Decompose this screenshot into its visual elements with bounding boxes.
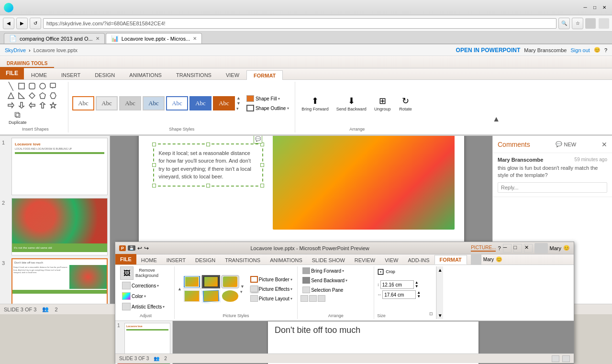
shape-tri[interactable] [7, 91, 15, 100]
address-bar[interactable]: https://skydrive.live.com/?id=680AE5E815… [43, 18, 556, 29]
shape-arrow-u[interactable] [38, 101, 47, 110]
skydrive-link[interactable]: SkyDrive [5, 47, 26, 53]
tab-home[interactable]: HOME [24, 70, 54, 79]
file-tab[interactable]: FILE [0, 67, 24, 79]
tab-locavore[interactable]: 📊 Locavore love.pptx - Micros... ✕ [106, 33, 202, 44]
overlay-tab-slideshow[interactable]: SLIDE SHOW [307, 256, 350, 265]
ungroup-btn[interactable]: ⊞ Ungroup [372, 94, 393, 113]
styles-scroll-down[interactable]: ▼ ▾ [240, 284, 245, 294]
overlay-tab-insert[interactable]: INSERT [162, 256, 190, 265]
shape-arrow-l[interactable] [28, 101, 36, 110]
handle-bm[interactable] [206, 184, 210, 188]
pic-style-6[interactable] [221, 289, 239, 303]
tab-view[interactable]: VIEW [219, 70, 246, 79]
shape-callout[interactable] [49, 82, 57, 90]
styles-scroll-up[interactable]: ▲ [178, 287, 182, 291]
new-comment-button[interactable]: 💬 NEW [552, 140, 580, 149]
shape-pent[interactable] [38, 91, 47, 100]
shape-round-rect[interactable] [28, 82, 36, 90]
overlay-redo-btn[interactable]: ↪ [144, 245, 149, 252]
overlay-file-tab[interactable]: FILE [115, 254, 136, 265]
tab-close-comparing[interactable]: ✕ [96, 36, 100, 41]
pic-style-4[interactable] [201, 289, 220, 303]
artistic-effects-btn[interactable]: Artistic Effects ▾ [120, 302, 167, 311]
tab-comparing[interactable]: 📄 comparing Office 2013 and O... ✕ [4, 33, 105, 44]
crop-btn[interactable]: ⊡ Crop [377, 266, 395, 277]
overlay-tab-home[interactable]: HOME [136, 256, 162, 265]
slide-preview-3[interactable]: Don't bite off too much Keep it local; s… [11, 258, 108, 304]
overlay-help-btn[interactable]: ? [498, 245, 501, 251]
height-input[interactable]: 17.64 cm [382, 290, 416, 299]
overlay-tab-design[interactable]: DESIGN [190, 256, 220, 265]
style-sample-1[interactable]: Abc [72, 96, 94, 110]
overlay-tab-review[interactable]: REVIEW [350, 256, 380, 265]
shape-line[interactable]: ╲ [7, 82, 15, 90]
open-in-powerpoint-btn[interactable]: OPEN IN POWERPOINT [456, 47, 521, 54]
handle-mr[interactable] [260, 163, 264, 167]
overlay-view-btn-2[interactable] [562, 355, 570, 362]
tab-animations[interactable]: ANIMATIONS [122, 70, 169, 79]
style-sample-7[interactable]: Abc [213, 96, 235, 110]
height-spinner[interactable]: ▲▼ [417, 291, 421, 298]
shape-star[interactable] [49, 101, 57, 110]
style-sample-3[interactable]: Abc [119, 96, 141, 110]
remove-bg-btn[interactable]: 🖼 Remove Background [120, 266, 159, 280]
size-dialog-btn[interactable]: ⊡ [429, 311, 433, 319]
overlay-tab-transitions[interactable]: TRANSITIONS [220, 256, 265, 265]
picture-border-btn[interactable]: Picture Border ▾ [248, 275, 294, 284]
star-button[interactable]: ☆ [572, 18, 583, 29]
shape-hex[interactable] [49, 91, 57, 100]
refresh-button[interactable]: ↺ [30, 18, 41, 29]
align-btn-3[interactable] [318, 295, 325, 302]
shape-rect[interactable] [17, 82, 26, 90]
overlay-restore-btn[interactable]: □ [513, 244, 522, 253]
overlay-tab-format[interactable]: FORMAT [434, 255, 467, 265]
handle-tl[interactable] [152, 143, 156, 146]
handle-tm[interactable] [206, 143, 210, 146]
overlay-tab-animations[interactable]: ANIMATIONS [265, 256, 307, 265]
overlay-tab-addins[interactable]: ADD-INS [403, 256, 434, 265]
handle-br[interactable] [260, 184, 264, 188]
handle-bl[interactable] [152, 184, 156, 188]
slide-textbox[interactable]: 💬 Keep it local; set a reasonable distan… [153, 143, 263, 187]
duplicate-button[interactable]: ⧉ Duplicate [9, 110, 27, 125]
picture-effects-btn[interactable]: Picture Effects ▾ [248, 285, 294, 293]
close-comments-button[interactable]: ✕ [601, 141, 607, 148]
corrections-btn[interactable]: Corrections ▾ [120, 281, 161, 290]
minimize-button[interactable]: ─ [581, 4, 589, 11]
overlay-preview-1[interactable]: Locavore love [124, 323, 170, 354]
shape-rtri[interactable] [17, 91, 26, 100]
pic-style-2[interactable] [183, 289, 201, 303]
handle-ml[interactable] [152, 163, 156, 167]
close-button[interactable]: ✕ [601, 4, 608, 11]
width-input[interactable]: 12.16 cm [380, 280, 414, 289]
ribbon-scroll-up[interactable]: ▲ [438, 267, 443, 273]
sign-out-link[interactable]: Sign out [571, 47, 590, 53]
shape-arrow-r[interactable] [7, 101, 15, 110]
style-sample-5[interactable]: Abc [166, 96, 188, 110]
width-spinner[interactable]: ▲▼ [415, 281, 419, 288]
tab-format[interactable]: FORMAT [246, 70, 283, 80]
shape-oval[interactable] [38, 82, 47, 90]
bring-forward-btn[interactable]: ⬆ Bring Forward [299, 94, 331, 113]
tab-insert[interactable]: INSERT [54, 70, 88, 79]
overlay-min-btn[interactable]: ─ [503, 244, 512, 253]
slide-preview-1[interactable]: Locavore love LOCAL FOOD AND LOCAVORISM … [11, 138, 108, 195]
styles-scroll[interactable]: ▲ ▼ ▾ [236, 96, 241, 111]
style-sample-2[interactable]: Abc [96, 96, 118, 110]
tab-transitions[interactable]: TRANSITIONS [169, 70, 219, 79]
shape-outline-btn[interactable]: Shape Outline ▾ [245, 104, 291, 112]
style-sample-6[interactable]: Abc [189, 96, 211, 110]
pic-send-backward-btn[interactable]: Send Backward ▾ [300, 276, 349, 285]
pic-bring-forward-btn[interactable]: Bring Forward ▾ [300, 266, 346, 275]
color-btn[interactable]: Color ▾ [120, 291, 148, 301]
maximize-button[interactable]: □ [591, 4, 599, 11]
pic-style-1[interactable] [183, 275, 201, 288]
search-button[interactable]: 🔍 [558, 18, 570, 29]
overlay-close-btn[interactable]: ✕ [524, 244, 533, 253]
help-icon[interactable]: ? [604, 47, 607, 53]
tab-close-locavore[interactable]: ✕ [193, 36, 197, 41]
send-backward-btn[interactable]: ⬇ Send Backward [334, 94, 369, 113]
shape-arrow-d[interactable] [17, 101, 26, 110]
selection-pane-btn[interactable]: Selection Pane [300, 286, 345, 294]
